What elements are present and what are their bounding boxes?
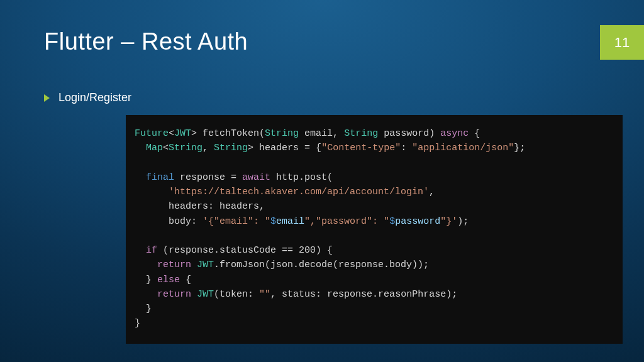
code-token — [191, 260, 197, 270]
code-token: password — [395, 216, 440, 227]
code-token: body: — [135, 216, 203, 227]
code-token: JWT — [174, 128, 191, 139]
code-token: final — [146, 172, 174, 183]
code-token: ( — [259, 128, 265, 139]
code-token: String — [214, 143, 248, 153]
code-token: { — [180, 275, 191, 285]
code-token: return — [157, 260, 191, 270]
code-token: $ — [389, 216, 395, 227]
code-token — [135, 143, 146, 153]
code-token: }; — [514, 143, 525, 153]
code-token: ","password": " — [304, 216, 389, 227]
code-token: "Content-type" — [321, 143, 401, 153]
code-token: headers: headers, — [135, 201, 265, 212]
code-token: "}' — [440, 216, 457, 227]
code-token: if — [146, 245, 157, 256]
code-snippet: Future<JWT> fetchToken(String email, Str… — [126, 115, 623, 344]
code-token: Future — [135, 128, 169, 139]
code-token: String — [169, 143, 203, 153]
code-token: '{"email": " — [203, 216, 270, 227]
code-token: await — [242, 172, 270, 183]
code-token — [135, 187, 169, 197]
code-token: JWT — [197, 260, 214, 270]
code-token: async — [440, 128, 469, 139]
code-token: http.post( — [270, 172, 333, 183]
code-token: , — [429, 187, 435, 197]
triangle-bullet-icon — [44, 94, 50, 102]
code-token: ); — [457, 216, 469, 227]
code-token: String — [344, 128, 378, 139]
code-token — [135, 172, 146, 183]
code-token: 'https://taltech.akaver.com/api/account/… — [169, 187, 429, 197]
code-token: (token: — [214, 289, 259, 300]
code-token: > headers = { — [248, 143, 321, 153]
code-token — [135, 289, 157, 300]
page-number-badge: 11 — [600, 25, 644, 60]
code-token: email, — [299, 128, 344, 139]
bullet-text: Login/Register — [58, 91, 131, 104]
code-token: } — [135, 304, 152, 314]
code-token — [191, 289, 197, 300]
code-token: , status: response.reasonPhrase); — [270, 289, 457, 300]
code-token: "" — [259, 289, 270, 300]
code-token: > — [191, 128, 203, 139]
code-token: { — [469, 128, 480, 139]
code-token: , — [203, 143, 214, 153]
code-token: : — [401, 143, 412, 153]
code-token: email — [276, 216, 304, 227]
code-token: $ — [270, 216, 276, 227]
slide-title: Flutter – Rest Auth — [44, 28, 248, 55]
code-token: < — [163, 143, 169, 153]
code-token: .fromJson(json.decode(response.body)); — [214, 260, 429, 270]
code-token: Map — [146, 143, 163, 153]
code-token: } — [135, 275, 157, 285]
code-token: } — [135, 318, 140, 329]
code-token: < — [169, 128, 174, 139]
code-token: response = — [174, 172, 242, 183]
code-token: "application/json" — [412, 143, 514, 153]
code-token — [135, 260, 157, 270]
code-token — [135, 245, 146, 256]
code-token: fetchToken — [203, 128, 259, 139]
bullet-item: Login/Register — [44, 91, 131, 104]
code-token: return — [157, 289, 191, 300]
code-token: password) — [378, 128, 440, 139]
code-token: String — [265, 128, 299, 139]
code-token: JWT — [197, 289, 214, 300]
code-token: else — [157, 275, 180, 285]
code-token: (response.statusCode == 200) { — [157, 245, 333, 256]
